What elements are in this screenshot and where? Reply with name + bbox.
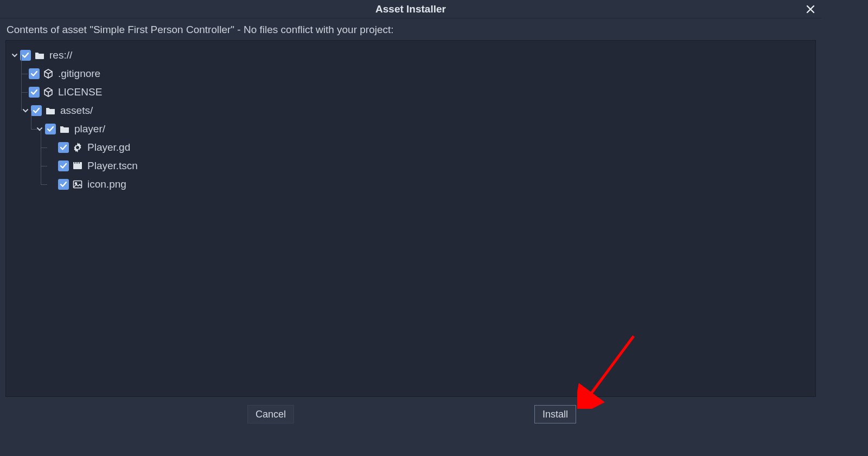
dialog-title: Asset Installer <box>375 3 446 15</box>
tree-row-root[interactable]: res:// <box>9 46 812 65</box>
svg-rect-5 <box>74 181 82 188</box>
tree-item-label: assets/ <box>60 105 93 117</box>
tree-item-label: LICENSE <box>58 86 102 98</box>
checkbox[interactable] <box>58 179 69 190</box>
tree-item-label: player/ <box>74 123 105 135</box>
folder-icon <box>45 105 56 116</box>
chevron-down-icon[interactable] <box>10 51 19 60</box>
folder-icon <box>59 124 70 134</box>
svg-rect-0 <box>73 163 82 169</box>
tree-item-label: icon.png <box>87 178 126 190</box>
tree-row[interactable]: Player.gd <box>9 138 812 157</box>
tree-item-label: res:// <box>49 49 72 61</box>
svg-rect-4 <box>79 163 80 164</box>
folder-icon <box>34 50 45 61</box>
titlebar: Asset Installer <box>0 0 821 18</box>
dialog-button-row: Cancel Install <box>0 400 821 428</box>
tree-item-label: .gitignore <box>58 68 100 80</box>
tree-row[interactable]: LICENSE <box>9 83 812 101</box>
checkbox[interactable] <box>45 124 56 134</box>
checkbox[interactable] <box>20 50 31 61</box>
box-icon <box>43 68 54 79</box>
chevron-down-icon[interactable] <box>21 106 30 115</box>
checkbox[interactable] <box>29 68 40 79</box>
tree-row-folder[interactable]: player/ <box>9 120 812 138</box>
button-label: Cancel <box>256 409 286 420</box>
button-label: Install <box>542 409 568 420</box>
install-button[interactable]: Install <box>534 405 576 423</box>
tree-row-folder[interactable]: assets/ <box>9 101 812 120</box>
svg-point-6 <box>75 183 77 184</box>
svg-rect-2 <box>74 163 75 164</box>
dialog-subtitle: Contents of asset "Simple First Person C… <box>0 18 821 40</box>
file-tree[interactable]: res:// .gitignore LICENSE <box>5 40 816 397</box>
cancel-button[interactable]: Cancel <box>247 405 294 423</box>
svg-rect-3 <box>76 163 78 164</box>
tree-item-label: Player.gd <box>87 142 130 153</box>
checkbox[interactable] <box>58 142 69 153</box>
tree-row[interactable]: .gitignore <box>9 65 812 83</box>
close-icon[interactable] <box>804 3 817 16</box>
image-icon <box>72 179 83 190</box>
checkbox[interactable] <box>58 160 69 171</box>
tree-row[interactable]: Player.tscn <box>9 157 812 175</box>
tree-row[interactable]: icon.png <box>9 175 812 194</box>
checkbox[interactable] <box>29 87 40 98</box>
box-icon <box>43 87 54 98</box>
tree-item-label: Player.tscn <box>87 160 138 172</box>
scene-icon <box>72 160 83 171</box>
gear-icon <box>72 142 83 153</box>
checkbox[interactable] <box>31 105 42 116</box>
asset-installer-dialog: Asset Installer Contents of asset "Simpl… <box>0 0 821 428</box>
